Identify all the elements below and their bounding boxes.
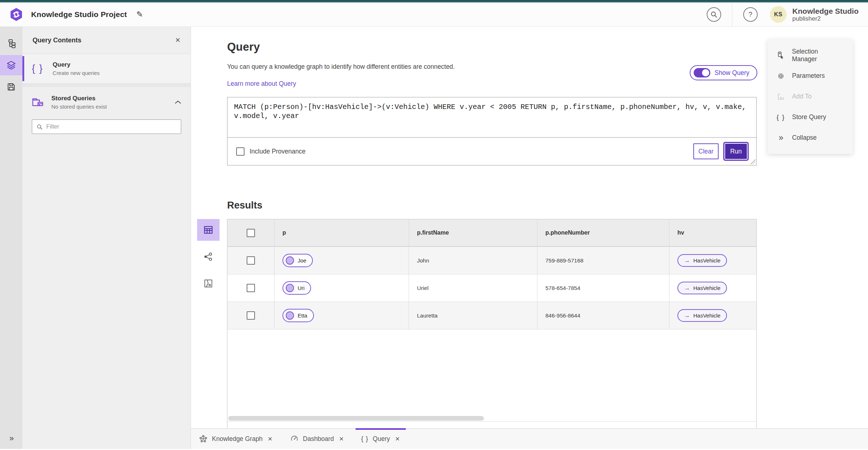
resize-handle[interactable]	[750, 159, 756, 164]
tab-close-icon[interactable]: ✕	[339, 436, 344, 442]
tool-label: Parameters	[792, 72, 825, 80]
query-item[interactable]: { } Query Create new queries	[22, 54, 191, 84]
hierarchy-icon	[7, 39, 16, 48]
braces-icon: { }	[361, 435, 369, 443]
collapse-button[interactable]: » Collapse	[767, 127, 853, 148]
tab-close-icon[interactable]: ✕	[268, 436, 272, 442]
toggle-switch	[694, 68, 710, 77]
node-circle-icon	[286, 311, 294, 320]
rail-layers-button[interactable]	[0, 55, 22, 75]
tab-knowledge-graph[interactable]: Knowledge Graph ✕	[193, 429, 278, 449]
save-icon	[7, 82, 16, 92]
app-logo-icon[interactable]	[9, 8, 23, 21]
query-item-title: Query	[53, 61, 100, 68]
arrow-right-icon: →	[684, 257, 690, 264]
stored-queries-title: Stored Queries	[51, 95, 107, 102]
edge-label: HasVehicle	[693, 285, 720, 291]
node-pill[interactable]: Joe	[282, 254, 313, 267]
avatar[interactable]: KS	[770, 6, 787, 23]
cell-firstname: John	[409, 247, 537, 274]
include-provenance-label: Include Provenance	[250, 148, 306, 155]
show-query-toggle[interactable]: Show Query	[690, 65, 757, 80]
column-header-hv[interactable]: hv	[669, 219, 756, 246]
tab-query[interactable]: { } Query ✕	[356, 429, 406, 449]
node-label: Uri	[298, 285, 305, 291]
row-checkbox[interactable]	[247, 256, 255, 265]
search-button[interactable]	[707, 7, 721, 22]
learn-more-link[interactable]: Learn more about Query	[227, 80, 296, 88]
user-info: Knowledge Studio publisher2	[792, 7, 859, 22]
select-all-checkbox[interactable]	[247, 229, 255, 237]
filter-input[interactable]	[46, 123, 176, 130]
expand-rail-button[interactable]: »	[9, 434, 13, 443]
show-query-label: Show Query	[715, 69, 749, 77]
node-pill[interactable]: Uri	[282, 281, 311, 295]
table-icon	[203, 225, 213, 235]
include-provenance-checkbox[interactable]	[236, 147, 244, 156]
username: publisher2	[792, 15, 859, 22]
graph-view-button[interactable]	[197, 246, 220, 268]
add-to-button[interactable]: Add To	[767, 86, 853, 107]
row-checkbox[interactable]	[247, 284, 255, 292]
help-button[interactable]: ?	[743, 7, 758, 22]
table-view-button[interactable]	[197, 219, 220, 241]
store-query-button[interactable]: { } Store Query	[767, 107, 853, 127]
selected-indicator	[22, 56, 24, 81]
header-divider	[732, 3, 732, 26]
results-title: Results	[227, 200, 263, 211]
run-button[interactable]: Run	[724, 143, 748, 160]
column-header-firstname[interactable]: p.firstName	[409, 219, 537, 246]
selection-manager-button[interactable]: Selection Manager	[767, 45, 853, 66]
project-title: Knowledge Studio Project	[31, 10, 127, 19]
braces-icon: { }	[776, 113, 786, 121]
horizontal-scrollbar[interactable]	[228, 416, 756, 421]
tool-label: Selection Manager	[792, 48, 844, 63]
node-label: Joe	[298, 257, 306, 264]
row-checkbox[interactable]	[247, 311, 255, 320]
tab-close-icon[interactable]: ✕	[395, 436, 400, 442]
node-circle-icon	[286, 284, 294, 292]
rail-hierarchy-button[interactable]	[0, 33, 22, 54]
results-table: p p.firstName p.phoneNumber hv Joe John …	[227, 219, 757, 443]
panel-gap	[22, 84, 191, 87]
filter-field[interactable]	[32, 119, 181, 134]
chevron-up-icon[interactable]	[175, 100, 181, 104]
column-header-p[interactable]: p	[275, 219, 409, 246]
stored-queries-section[interactable]: Stored Queries No stored queries exist	[22, 87, 191, 117]
column-header-phonenumber[interactable]: p.phoneNumber	[537, 219, 669, 246]
map-view-button[interactable]	[197, 273, 220, 294]
edge-pill[interactable]: → HasVehicle	[677, 309, 727, 322]
query-description: You can query a knowledge graph to ident…	[227, 63, 455, 71]
scrollbar-thumb[interactable]	[228, 416, 484, 421]
search-icon	[710, 11, 718, 18]
selection-manager-icon	[776, 51, 786, 60]
edge-pill[interactable]: → HasVehicle	[677, 254, 727, 267]
bottom-tab-bar: Knowledge Graph ✕ Dashboard ✕ { } Query …	[191, 428, 868, 449]
arrow-right-icon: →	[684, 285, 690, 291]
filter-search-icon	[37, 124, 43, 130]
arrow-right-icon: →	[684, 312, 690, 319]
table-row: Joe John 759-889-57168 → HasVehicle	[227, 247, 756, 274]
edge-label: HasVehicle	[693, 312, 720, 319]
tool-label: Collapse	[792, 134, 817, 142]
gear-icon	[776, 72, 786, 80]
query-textarea[interactable]: MATCH (p:Person)-[hv:HasVehicle]->(v:Veh…	[227, 97, 756, 137]
table-row: Etta Lauretta 846-956-8644 → HasVehicle	[227, 302, 756, 329]
dashboard-icon	[290, 434, 299, 443]
stored-queries-subtitle: No stored queries exist	[51, 104, 107, 110]
rail-save-button[interactable]	[0, 77, 22, 97]
node-pill[interactable]: Etta	[282, 309, 314, 322]
tab-dashboard[interactable]: Dashboard ✕	[284, 429, 350, 449]
stored-queries-folder-icon	[32, 97, 44, 108]
edge-pill[interactable]: → HasVehicle	[677, 282, 727, 294]
results-view-switcher	[197, 219, 220, 299]
panel-close-icon[interactable]: ✕	[175, 36, 180, 44]
page-title: Query	[227, 41, 455, 54]
parameters-button[interactable]: Parameters	[767, 66, 853, 86]
edit-title-icon[interactable]: ✎	[136, 10, 143, 19]
collapse-icon: »	[776, 133, 786, 143]
app-header: Knowledge Studio Project ✎ ? KS Knowledg…	[0, 3, 868, 27]
help-icon: ?	[749, 10, 753, 18]
clear-button[interactable]: Clear	[693, 143, 719, 159]
map-icon	[204, 279, 213, 288]
